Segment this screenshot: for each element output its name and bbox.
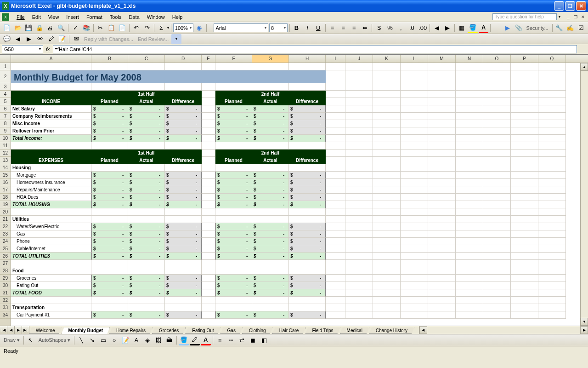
- track-icon[interactable]: 📝: [57, 34, 67, 44]
- attach-icon[interactable]: 📎: [514, 23, 524, 33]
- menu-insert[interactable]: Insert: [62, 13, 83, 21]
- menu-window[interactable]: Window: [143, 13, 169, 21]
- formula-input[interactable]: ='Hair Care'!C44: [53, 45, 577, 53]
- sheet-tab-medical[interactable]: Medical: [340, 328, 369, 334]
- increase-decimal-icon[interactable]: .0: [407, 23, 417, 33]
- col-header-P[interactable]: P: [511, 55, 538, 63]
- scroll-right-icon[interactable]: ▶: [580, 326, 588, 334]
- col-header-C[interactable]: C: [128, 55, 165, 63]
- dash-style-icon[interactable]: ┅: [226, 335, 236, 345]
- close-button[interactable]: ✕: [576, 1, 586, 11]
- col-header-O[interactable]: O: [483, 55, 511, 63]
- menu-file[interactable]: File: [13, 13, 28, 21]
- tab-prev-icon[interactable]: ◀: [7, 326, 15, 334]
- underline-icon[interactable]: U: [313, 23, 323, 33]
- help-dropdown-icon[interactable]: ▾: [559, 15, 560, 19]
- cut-icon[interactable]: ✂: [96, 23, 106, 33]
- line-color-icon[interactable]: 🖊: [190, 335, 200, 345]
- maximize-button[interactable]: ❐: [565, 1, 575, 11]
- spell-icon[interactable]: ✓: [70, 23, 80, 33]
- col-header-L[interactable]: L: [401, 55, 428, 63]
- decrease-indent-icon[interactable]: ◀: [432, 23, 442, 33]
- wordart-icon[interactable]: A: [131, 335, 141, 345]
- minimize-button[interactable]: _: [554, 1, 564, 11]
- font-size-combo[interactable]: 8▾: [269, 23, 288, 32]
- font-color-icon[interactable]: A: [479, 23, 489, 33]
- doc-close-button[interactable]: ✕: [580, 14, 586, 20]
- merge-icon[interactable]: ⬌: [360, 23, 370, 33]
- fill-color-draw-icon[interactable]: 🪣: [179, 335, 189, 345]
- sheet-tab-clothing[interactable]: Clothing: [242, 328, 273, 334]
- select-objects-icon[interactable]: ↖: [26, 335, 36, 345]
- comment-next-icon[interactable]: ▶: [24, 34, 34, 44]
- help-icon[interactable]: ◉: [194, 23, 204, 33]
- toolbar-options-icon[interactable]: ▾: [171, 34, 181, 44]
- col-header-N[interactable]: N: [456, 55, 483, 63]
- sheet-tab-change-history[interactable]: Change History: [369, 328, 414, 334]
- col-header-G[interactable]: G: [252, 55, 289, 63]
- app-icon[interactable]: X: [2, 13, 9, 21]
- sheet-tab-hair-care[interactable]: Hair Care: [272, 328, 306, 334]
- menu-help[interactable]: Help: [169, 13, 187, 21]
- align-right-icon[interactable]: ≡: [349, 23, 359, 33]
- col-header-Q[interactable]: Q: [538, 55, 566, 63]
- font-color-draw-icon[interactable]: A: [201, 335, 211, 345]
- doc-restore-button[interactable]: ❐: [572, 14, 579, 20]
- new-icon[interactable]: 📄: [2, 23, 12, 33]
- comment-show-icon[interactable]: 👁: [35, 34, 45, 44]
- italic-icon[interactable]: I: [302, 23, 312, 33]
- col-header-J[interactable]: J: [345, 55, 373, 63]
- percent-icon[interactable]: %: [385, 23, 395, 33]
- horizontal-scrollbar[interactable]: ◀ ▶: [419, 326, 588, 334]
- research-icon[interactable]: 📚: [81, 23, 91, 33]
- menu-format[interactable]: Format: [83, 13, 106, 21]
- end-review-button[interactable]: End Review...: [136, 36, 170, 42]
- tab-next-icon[interactable]: ▶: [15, 326, 22, 334]
- col-header-K[interactable]: K: [373, 55, 401, 63]
- comment-prev-icon[interactable]: ◀: [13, 34, 23, 44]
- sheet-tab-gas[interactable]: Gas: [220, 328, 243, 334]
- col-header-H[interactable]: H: [289, 55, 326, 63]
- column-headers[interactable]: ABCDEFGHIJKLMNOPQ: [0, 55, 588, 63]
- tab-last-icon[interactable]: ▶|: [22, 326, 29, 334]
- draw-menu[interactable]: Draw ▾: [2, 337, 22, 343]
- picture-icon[interactable]: 🏔: [164, 335, 175, 345]
- sheet-tab-monthly-budget[interactable]: Monthly Budget: [62, 328, 110, 334]
- col-header-A[interactable]: A: [11, 55, 91, 63]
- sheet-tab-home-repairs[interactable]: Home Repairs: [109, 328, 153, 334]
- currency-icon[interactable]: $: [374, 23, 384, 33]
- tab-first-icon[interactable]: |◀: [0, 326, 7, 334]
- sheet-tab-groceries[interactable]: Groceries: [152, 328, 186, 334]
- name-box[interactable]: G50▾: [2, 45, 43, 53]
- increase-indent-icon[interactable]: ▶: [443, 23, 453, 33]
- undo-icon[interactable]: ↶: [131, 23, 141, 33]
- menu-edit[interactable]: Edit: [28, 13, 45, 21]
- sign-icon[interactable]: ✍: [565, 23, 575, 33]
- col-header-B[interactable]: B: [91, 55, 128, 63]
- security-button[interactable]: Security...: [525, 25, 550, 31]
- help-search-input[interactable]: Type a question for help: [492, 13, 557, 20]
- sheet-tab-welcome[interactable]: Welcome: [29, 328, 62, 334]
- scroll-up-icon[interactable]: ▲: [581, 63, 588, 71]
- bold-icon[interactable]: B: [292, 23, 302, 33]
- align-left-icon[interactable]: ≡: [328, 23, 338, 33]
- send-icon[interactable]: ▶: [503, 23, 513, 33]
- col-header-F[interactable]: F: [215, 55, 252, 63]
- menu-tools[interactable]: Tools: [106, 13, 125, 21]
- comma-icon[interactable]: ,: [396, 23, 406, 33]
- copy-icon[interactable]: 📋: [106, 23, 116, 33]
- menu-data[interactable]: Data: [125, 13, 143, 21]
- row-headers[interactable]: 1234567891011121314151617181920212223242…: [0, 63, 11, 326]
- fx-icon[interactable]: fx: [46, 46, 50, 52]
- options-icon[interactable]: ☑: [576, 23, 586, 33]
- cells-area[interactable]: Monthly Budget for May 20081st Half2nd H…: [11, 63, 588, 326]
- clipart-icon[interactable]: 🖼: [153, 335, 164, 345]
- line-icon[interactable]: ╲: [76, 335, 86, 345]
- autoshapes-menu[interactable]: AutoShapes ▾: [37, 337, 72, 343]
- scroll-left-icon[interactable]: ◀: [419, 326, 427, 334]
- rectangle-icon[interactable]: ▭: [98, 335, 108, 345]
- decrease-decimal-icon[interactable]: .00: [418, 23, 428, 33]
- borders-icon[interactable]: ▦: [457, 23, 467, 33]
- fill-color-icon[interactable]: 🪣: [468, 23, 478, 33]
- sheet-tab-field-trips[interactable]: Field Trips: [305, 328, 340, 334]
